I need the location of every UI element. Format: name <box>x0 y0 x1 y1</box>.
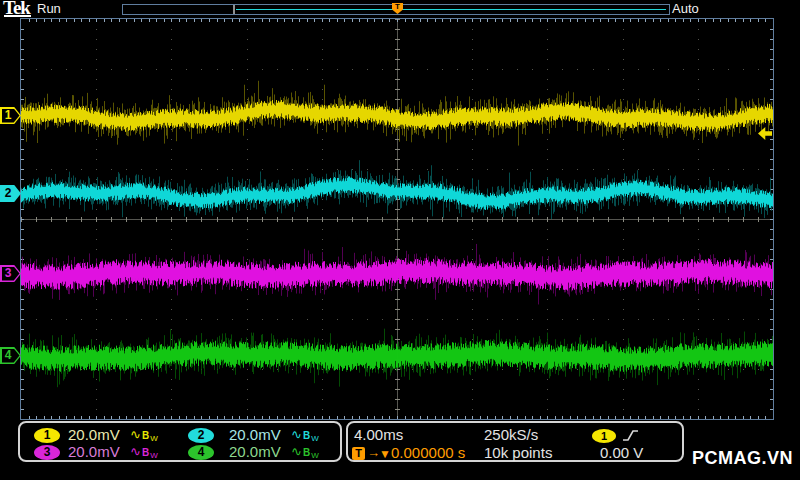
channel-3-marker: 3 <box>0 265 21 282</box>
channel-readout-box: 1 20.0mV ∿BW 2 20.0mV ∿BW 3 20.0mV ∿BW 4… <box>18 421 342 462</box>
bandwidth-limit-icon: B <box>303 430 311 441</box>
trigger-mode-status: Auto <box>672 1 699 16</box>
ac-coupling-icon: ∿ <box>291 427 303 442</box>
record-view-bar: T <box>122 4 670 15</box>
channel-2-marker-label: 2 <box>0 186 16 200</box>
bandwidth-limit-icon: B <box>303 447 311 458</box>
channel-4-badge: 4 <box>188 445 214 460</box>
channel-2-badge: 2 <box>188 428 214 443</box>
watermark: PCMAG.VN <box>692 448 793 469</box>
trigger-cursor-icon: ▼ <box>379 446 391 462</box>
channel-4-marker: 4 <box>0 347 21 364</box>
channel-3-marker-label: 3 <box>0 266 16 280</box>
trigger-level: 0.00 V <box>600 445 643 461</box>
channel-4-scale: 20.0mV <box>229 444 281 460</box>
channel-4-marker-label: 4 <box>0 348 16 362</box>
channel-3-coupling-bandwidth-icons: ∿BW <box>130 444 159 463</box>
channel-1-scale: 20.0mV <box>68 427 120 443</box>
horizontal-scale: 4.00ms <box>354 427 403 443</box>
record-window-divider <box>233 5 235 14</box>
bandwidth-limit-icon: B <box>142 430 150 441</box>
channel-4-coupling-bandwidth-icons: ∿BW <box>291 444 320 463</box>
channel-3-scale: 20.0mV <box>68 444 120 460</box>
channel-2-marker: 2 <box>0 185 21 202</box>
ac-coupling-icon: ∿ <box>291 444 303 459</box>
channel-1-badge: 1 <box>34 428 60 443</box>
rising-edge-icon <box>622 428 639 443</box>
trigger-t-icon: T <box>352 447 365 460</box>
graticule <box>20 18 774 420</box>
channel-1-marker-label: 1 <box>0 108 16 122</box>
bandwidth-limit-icon: B <box>142 447 150 458</box>
acquisition-status: Run <box>37 1 61 16</box>
channel-1-marker: 1 <box>0 107 21 124</box>
tek-logo: Tek <box>3 0 30 19</box>
record-trigger-marker-icon: T <box>392 3 403 14</box>
channel-3-badge: 3 <box>34 445 60 460</box>
oscilloscope-screen: Tek Run Auto T T 1 2 3 4 1 20.0mV ∿BW 2 … <box>0 0 800 480</box>
horizontal-trigger-readout-box: 4.00ms 250kS/s 1 T → ▼ 0.000000 s 10k po… <box>346 421 684 462</box>
ac-coupling-icon: ∿ <box>130 427 142 442</box>
record-preview-line <box>236 9 666 10</box>
sample-rate: 250kS/s <box>484 427 538 443</box>
record-length: 10k points <box>484 445 552 461</box>
ac-coupling-icon: ∿ <box>130 444 142 459</box>
trigger-source-badge: 1 <box>592 429 616 443</box>
channel-2-scale: 20.0mV <box>229 427 281 443</box>
waveform-canvas <box>21 19 773 419</box>
trigger-position: 0.000000 s <box>391 445 465 461</box>
